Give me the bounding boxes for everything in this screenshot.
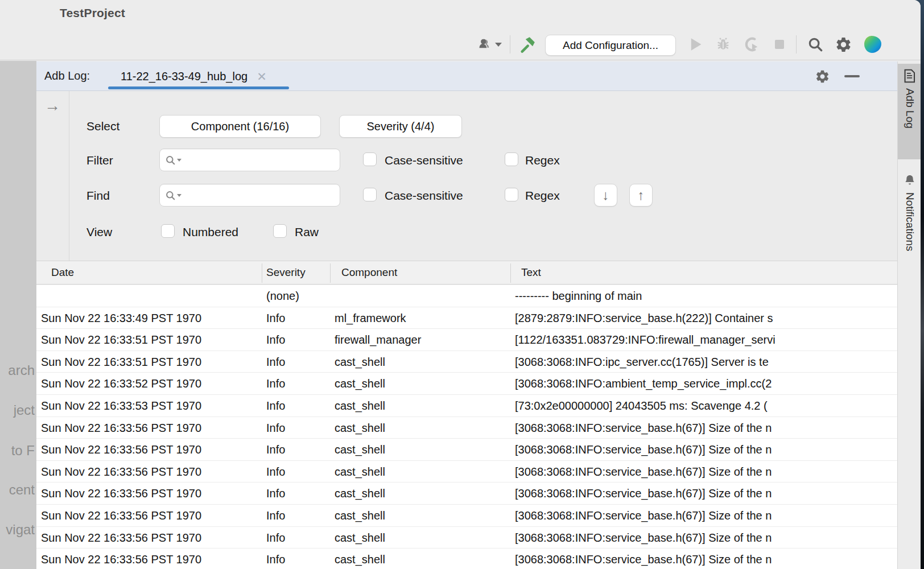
- panel-minimize-button[interactable]: [844, 75, 860, 77]
- cell-text: [3068:3068:INFO:service_base.h(67)] Size…: [515, 549, 895, 569]
- table-row[interactable]: Sun Nov 22 16:33:56 PST 1970 Info cast_s…: [36, 483, 897, 505]
- panel-left-rail: →: [36, 91, 69, 261]
- profile-sphere-icon[interactable]: [862, 33, 884, 56]
- filter-input[interactable]: [159, 149, 340, 171]
- table-row[interactable]: Sun Nov 22 16:33:56 PST 1970 Info cast_s…: [36, 505, 897, 527]
- tool-tab-notifications[interactable]: Notifications: [898, 168, 921, 282]
- shortcut-hint: arch: [8, 362, 35, 378]
- column-header-date[interactable]: Date: [51, 261, 74, 284]
- tab-close-icon[interactable]: ✕: [257, 71, 267, 83]
- severity-filter-button[interactable]: Severity (4/4): [339, 115, 462, 138]
- table-row[interactable]: Sun Nov 22 16:33:56 PST 1970 Info cast_s…: [36, 461, 897, 483]
- cell-component: cast_shell: [335, 439, 509, 461]
- search-icon[interactable]: [805, 33, 826, 56]
- user-icon[interactable]: [473, 33, 503, 56]
- cell-text: --------- beginning of main: [515, 285, 895, 307]
- stop-square: [775, 40, 784, 49]
- shortcut-hint: ject: [14, 402, 35, 418]
- cell-component: firewall_manager: [335, 329, 509, 351]
- attach-debugger-icon[interactable]: [741, 33, 761, 56]
- settings-gear-icon[interactable]: [832, 33, 855, 56]
- screen: TestProject Add Configuration...: [0, 0, 924, 569]
- filter-label: Filter: [86, 154, 113, 167]
- column-header-severity[interactable]: Severity: [266, 261, 306, 284]
- regex-checkbox[interactable]: [505, 152, 518, 166]
- filter-panel: → Select Component (16/16) Severity (4/4…: [36, 91, 897, 261]
- cell-severity: Info: [266, 527, 329, 549]
- numbered-checkbox[interactable]: [161, 224, 175, 238]
- shortcut-hint: cent: [9, 482, 35, 498]
- column-header-text[interactable]: Text: [521, 261, 541, 284]
- cell-severity: Info: [266, 373, 329, 395]
- log-table-header: Date Severity Component Text: [36, 261, 897, 284]
- cell-component: ml_framework: [335, 307, 509, 329]
- cell-text: [3068:3068:INFO:ipc_server.cc(1765)] Ser…: [515, 351, 895, 373]
- table-row[interactable]: (none) --------- beginning of main: [36, 285, 897, 307]
- cell-severity: Info: [266, 549, 329, 569]
- run-icon[interactable]: [687, 33, 704, 56]
- cell-text: [3068:3068:INFO:service_base.h(67)] Size…: [515, 505, 895, 527]
- stop-icon[interactable]: [772, 33, 787, 56]
- cell-text: [3068:3068:INFO:service_base.h(67)] Size…: [515, 417, 895, 439]
- find-regex-checkbox[interactable]: [505, 188, 518, 201]
- sphere-logo: [864, 36, 881, 53]
- table-row[interactable]: Sun Nov 22 16:33:56 PST 1970 Info cast_s…: [36, 527, 897, 549]
- table-row[interactable]: Sun Nov 22 16:33:56 PST 1970 Info cast_s…: [36, 549, 897, 569]
- regex-label: Regex: [525, 154, 560, 167]
- cell-text: [3068:3068:INFO:service_base.h(67)] Size…: [515, 439, 895, 461]
- chevron-down-icon: [495, 43, 502, 47]
- editor-background: arch ject to F cent vigat: [0, 61, 36, 569]
- panel-settings-gear-icon[interactable]: [815, 69, 830, 84]
- component-filter-button[interactable]: Component (16/16): [159, 115, 321, 138]
- case-sensitive-checkbox[interactable]: [363, 152, 377, 166]
- find-regex-label: Regex: [525, 189, 560, 203]
- cell-date: Sun Nov 22 16:33:56 PST 1970: [41, 483, 259, 505]
- cell-date: Sun Nov 22 16:33:49 PST 1970: [41, 307, 259, 329]
- cell-component: cast_shell: [335, 373, 509, 395]
- find-previous-button[interactable]: ↑: [629, 184, 653, 207]
- cell-date: Sun Nov 22 16:33:51 PST 1970: [41, 329, 259, 351]
- cell-text: [3068:3068:INFO:service_base.h(67)] Size…: [515, 461, 895, 483]
- debug-bug-icon[interactable]: [713, 33, 733, 56]
- collapse-arrow-icon[interactable]: →: [44, 97, 60, 115]
- cell-date: [41, 285, 259, 307]
- cell-text: [3068:3068:INFO:service_base.h(67)] Size…: [515, 483, 895, 505]
- cell-text: [3068:3068:INFO:service_base.h(67)] Size…: [515, 527, 895, 549]
- table-row[interactable]: Sun Nov 22 16:33:49 PST 1970 Info ml_fra…: [36, 307, 897, 329]
- shortcut-hint: to F: [11, 443, 35, 459]
- table-row[interactable]: Sun Nov 22 16:33:53 PST 1970 Info cast_s…: [36, 395, 897, 417]
- table-row[interactable]: Sun Nov 22 16:33:56 PST 1970 Info cast_s…: [36, 439, 897, 461]
- add-configuration-button[interactable]: Add Configuration...: [545, 35, 676, 56]
- toolbar-separator: [510, 35, 510, 53]
- table-row[interactable]: Sun Nov 22 16:33:52 PST 1970 Info cast_s…: [36, 373, 897, 395]
- table-row[interactable]: Sun Nov 22 16:33:51 PST 1970 Info firewa…: [36, 329, 897, 351]
- toolbar-separator-2: [796, 35, 797, 53]
- raw-checkbox[interactable]: [273, 224, 287, 238]
- tool-tab-adb-log-label: Adb Log: [904, 88, 916, 129]
- panel-title-label: Adb Log:: [44, 69, 90, 83]
- build-hammer-icon[interactable]: [517, 33, 538, 56]
- cell-severity: Info: [266, 329, 329, 351]
- column-header-component[interactable]: Component: [341, 261, 397, 284]
- find-next-button[interactable]: ↓: [594, 184, 617, 207]
- tool-tab-adb-log[interactable]: Adb Log: [898, 64, 921, 159]
- find-search-dropdown-icon[interactable]: [165, 188, 184, 202]
- cell-text: [2879:2879:INFO:service_base.h(222)] Con…: [515, 307, 895, 329]
- cell-date: Sun Nov 22 16:33:56 PST 1970: [41, 527, 259, 549]
- cell-text: [73:0x2e00000000] 24043505 ms: Scavenge …: [515, 395, 895, 417]
- cell-component: cast_shell: [335, 395, 509, 417]
- cell-component: cast_shell: [335, 483, 509, 505]
- find-input[interactable]: [159, 184, 340, 207]
- bell-icon: [903, 174, 917, 187]
- find-case-sensitive-label: Case-sensitive: [385, 189, 463, 203]
- cell-severity: Info: [266, 395, 329, 417]
- cell-component: cast_shell: [335, 417, 509, 439]
- table-row[interactable]: Sun Nov 22 16:33:51 PST 1970 Info cast_s…: [36, 351, 897, 373]
- cell-severity: Info: [266, 417, 329, 439]
- search-dropdown-icon[interactable]: [165, 153, 184, 167]
- find-case-sensitive-checkbox[interactable]: [363, 188, 377, 201]
- cell-component: cast_shell: [335, 461, 509, 483]
- table-row[interactable]: Sun Nov 22 16:33:56 PST 1970 Info cast_s…: [36, 417, 897, 439]
- log-table-body[interactable]: (none) --------- beginning of main Sun N…: [36, 285, 897, 569]
- cell-date: Sun Nov 22 16:33:56 PST 1970: [41, 461, 259, 483]
